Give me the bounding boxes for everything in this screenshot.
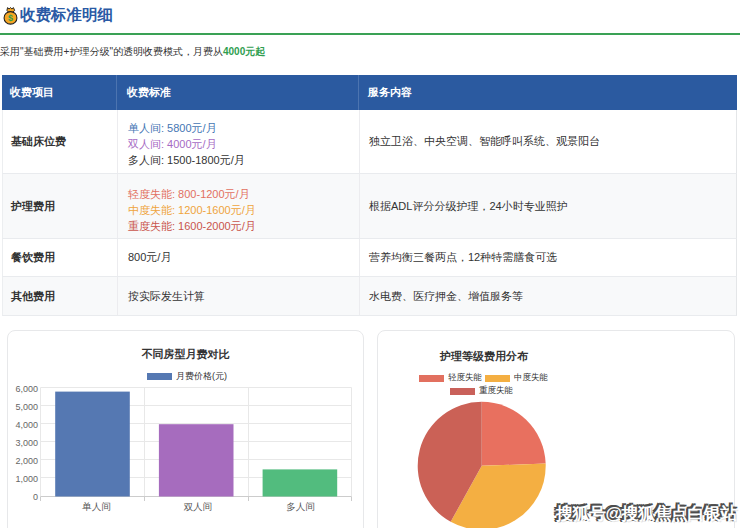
svg-text:1,000: 1,000: [15, 474, 38, 484]
svg-text:3,000: 3,000: [15, 438, 38, 448]
svg-text:$: $: [8, 13, 13, 23]
svg-text:6,000: 6,000: [15, 384, 38, 394]
svg-text:4,000: 4,000: [15, 420, 38, 430]
svg-text:单人间: 单人间: [81, 501, 111, 512]
svg-text:多人间: 多人间: [286, 501, 315, 512]
svg-text:5,000: 5,000: [15, 402, 38, 412]
svg-text:双人间: 双人间: [184, 501, 213, 512]
svg-text:2,000: 2,000: [15, 456, 38, 466]
svg-text:0: 0: [33, 492, 38, 502]
